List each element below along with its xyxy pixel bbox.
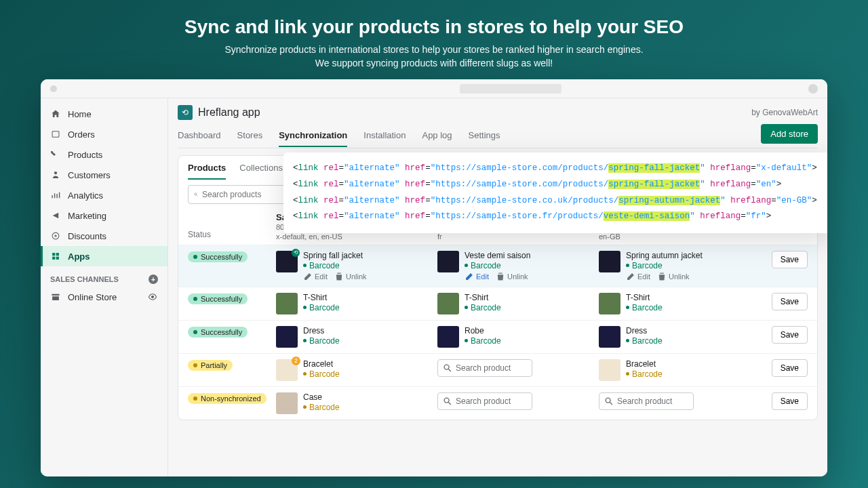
svg-rect-5 — [56, 253, 59, 256]
barcode-label: Barcode — [303, 336, 340, 346]
store-icon — [50, 291, 61, 302]
sidebar-item-analytics[interactable]: Analytics — [41, 185, 167, 205]
barcode-label: Barcode — [626, 261, 703, 270]
tab-installation[interactable]: Installation — [363, 125, 406, 147]
svg-point-2 — [54, 171, 57, 174]
save-button[interactable]: Save — [772, 293, 808, 310]
sidebar-item-home[interactable]: Home — [41, 104, 167, 124]
svg-rect-4 — [52, 253, 55, 256]
sidebar-item-apps[interactable]: Apps — [41, 246, 167, 266]
window-search-placeholder — [460, 84, 561, 94]
svg-point-8 — [151, 296, 154, 298]
product-name: Dress — [626, 326, 663, 336]
unlink-button[interactable]: Unlink — [496, 272, 528, 281]
unlink-button[interactable]: Unlink — [657, 272, 690, 281]
sync-icon: ⟲ — [292, 249, 300, 257]
product-thumb — [599, 359, 620, 381]
product-thumb: 2 — [276, 359, 298, 381]
customers-icon — [50, 169, 61, 180]
barcode-label: Barcode — [465, 336, 501, 346]
app-name: Hreflang app — [198, 106, 260, 119]
sidebar-item-marketing[interactable]: Marketing — [41, 205, 167, 226]
tab-settings[interactable]: Settings — [469, 125, 500, 147]
table-row: Partially2BraceletBarcodeSearch productB… — [178, 353, 817, 386]
products-icon — [50, 149, 61, 160]
tab-dashboard[interactable]: Dashboard — [178, 125, 221, 147]
tab-app-log[interactable]: App log — [422, 125, 452, 147]
save-button[interactable]: Save — [772, 392, 808, 410]
window-bar — [41, 79, 827, 98]
app-author: by GenovaWebArt — [751, 108, 818, 117]
avatar[interactable] — [808, 84, 818, 94]
add-channel-icon[interactable]: + — [149, 274, 158, 284]
table-row: Non-synchronizedCaseBarcodeSearch produc… — [178, 386, 817, 420]
status-badge: Successfully — [188, 327, 248, 338]
barcode-label: Barcode — [303, 403, 340, 412]
product-thumb — [599, 326, 620, 348]
status-header: Status — [188, 230, 276, 239]
unlink-button[interactable]: Unlink — [334, 272, 367, 281]
search-product-input[interactable]: Search product — [437, 392, 532, 410]
barcode-label: Barcode — [303, 369, 340, 379]
edit-button[interactable]: Edit — [626, 272, 650, 281]
product-name: Spring autumn jacket — [626, 251, 703, 260]
hero-title: Sync and link your products in stores to… — [0, 16, 868, 38]
edit-button[interactable]: Edit — [465, 272, 489, 281]
sidebar-item-products[interactable]: Products — [41, 144, 167, 165]
status-badge: Successfully — [188, 251, 248, 262]
sub-tab-products[interactable]: Products — [188, 163, 226, 180]
code-preview: <link rel="alternate" href="https://samp… — [283, 152, 827, 233]
search-icon — [194, 190, 198, 199]
search-product-input[interactable]: Search product — [599, 392, 694, 410]
sidebar: HomeOrdersProductsCustomersAnalyticsMark… — [41, 98, 168, 476]
status-badge: Non-synchronized — [188, 393, 267, 404]
save-button[interactable]: Save — [772, 251, 808, 268]
tab-synchronization[interactable]: Synchronization — [279, 125, 347, 147]
product-name: Veste demi saison — [465, 251, 530, 260]
sidebar-item-online-store[interactable]: Online Store — [41, 287, 167, 307]
edit-button[interactable]: Edit — [303, 272, 328, 281]
sidebar-item-discounts[interactable]: Discounts — [41, 226, 167, 246]
barcode-label: Barcode — [303, 303, 340, 312]
marketing-icon — [50, 210, 61, 221]
search-product-input[interactable]: Search product — [437, 359, 532, 377]
save-button[interactable]: Save — [772, 359, 808, 377]
product-name: T-Shirt — [303, 293, 340, 302]
hero-subtitle-2: We support syncing products with differe… — [0, 57, 868, 70]
svg-rect-6 — [52, 257, 55, 260]
product-thumb — [437, 293, 459, 314]
status-badge: Partially — [188, 360, 233, 371]
barcode-label: Barcode — [626, 336, 663, 346]
tab-stores[interactable]: Stores — [237, 125, 263, 147]
barcode-label: Barcode — [465, 261, 530, 270]
save-button[interactable]: Save — [772, 326, 808, 344]
main-content: ⟲ Hreflang app by GenovaWebArt Dashboard… — [168, 98, 827, 476]
apps-icon — [50, 251, 61, 262]
svg-point-9 — [195, 193, 197, 195]
svg-point-1 — [54, 152, 54, 153]
product-thumb: ⟲ — [276, 251, 298, 272]
product-name: T-Shirt — [626, 293, 663, 302]
status-badge: Successfully — [188, 293, 248, 304]
sidebar-item-customers[interactable]: Customers — [41, 165, 167, 185]
count-badge: 2 — [292, 357, 300, 365]
product-name: T-Shirt — [465, 293, 501, 302]
svg-point-10 — [444, 365, 449, 369]
table-row: SuccessfullyDressBarcodeRobeBarcodeDress… — [178, 320, 817, 353]
product-name: Bracelet — [303, 359, 340, 369]
svg-point-12 — [606, 398, 610, 403]
app-window: HomeOrdersProductsCustomersAnalyticsMark… — [41, 79, 827, 476]
add-store-button[interactable]: Add store — [761, 124, 818, 144]
product-name: Bracelet — [626, 359, 663, 369]
discounts-icon — [50, 230, 61, 241]
eye-icon[interactable] — [147, 291, 158, 302]
svg-rect-7 — [56, 257, 59, 260]
product-name: Case — [303, 392, 340, 402]
sidebar-item-orders[interactable]: Orders — [41, 124, 167, 144]
product-thumb — [599, 251, 620, 272]
hero-subtitle-1: Synchronize products in international st… — [0, 43, 868, 57]
table-row: Successfully⟲Spring fall jacketBarcodeEd… — [178, 245, 817, 287]
sub-tab-collections[interactable]: Collections — [239, 163, 283, 180]
barcode-label: Barcode — [626, 303, 663, 312]
svg-rect-0 — [52, 131, 59, 137]
